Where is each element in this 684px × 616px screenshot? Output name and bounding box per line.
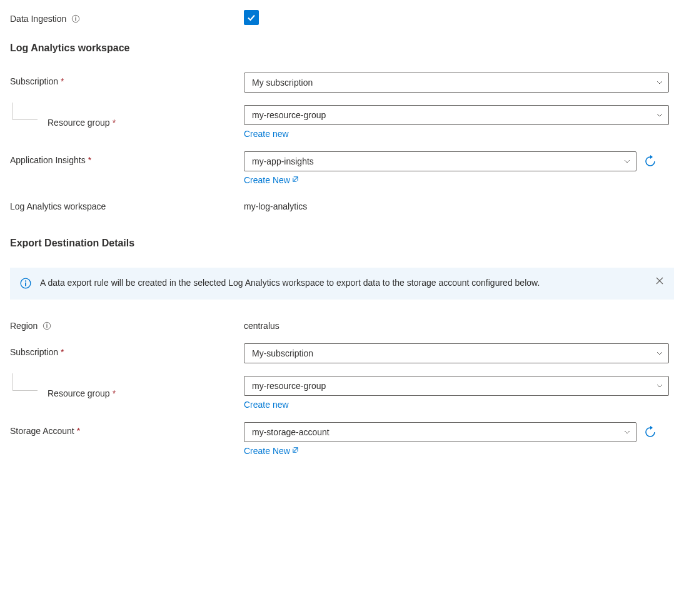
storage-account-select[interactable]: my-storage-account [244,422,636,442]
required-asterisk: * [61,76,64,86]
export-resource-group-select[interactable]: my-resource-group [244,376,669,396]
info-icon[interactable] [43,321,51,330]
external-link-icon [291,175,299,185]
external-link-icon [291,446,299,456]
resource-group-label: Resource group [48,118,110,128]
app-insights-value: my-app-insights [252,156,314,166]
export-subscription-value: My-subscription [252,348,313,358]
export-resource-group-value: my-resource-group [252,381,326,391]
chevron-down-icon [656,79,663,86]
resource-group-select[interactable]: my-resource-group [244,105,669,125]
required-asterisk: * [113,388,116,398]
svg-rect-2 [76,18,76,21]
close-banner-button[interactable] [655,276,664,287]
log-analytics-workspace-label: Log Analytics workspace [10,201,106,211]
app-insights-label: Application Insights [10,155,86,165]
log-analytics-workspace-value: my-log-analytics [244,198,669,211]
svg-point-4 [25,280,26,281]
export-create-new-resource-group-link[interactable]: Create new [244,400,289,410]
chevron-down-icon [656,382,663,390]
region-value: centralus [244,317,669,331]
refresh-storage-account-button[interactable] [643,425,658,440]
indent-line [13,373,38,391]
chevron-down-icon [623,158,631,165]
required-asterisk: * [61,347,64,357]
section-log-analytics: Log Analytics workspace [10,43,674,54]
resource-group-value: my-resource-group [252,110,326,120]
chevron-down-icon [656,350,663,357]
region-label: Region [10,321,38,331]
required-asterisk: * [88,155,91,165]
info-icon[interactable] [71,14,80,23]
export-subscription-label: Subscription [10,347,58,357]
info-banner-text: A data export rule will be created in th… [40,276,646,290]
app-insights-select[interactable]: my-app-insights [244,151,636,171]
required-asterisk: * [77,426,80,436]
svg-rect-8 [47,325,48,328]
storage-account-value: my-storage-account [252,427,329,437]
info-icon [20,278,31,291]
chevron-down-icon [656,111,663,119]
info-banner: A data export rule will be created in th… [10,268,674,300]
create-new-resource-group-link[interactable]: Create new [244,129,289,139]
create-new-app-insights-link[interactable]: Create New [244,175,299,185]
subscription-select[interactable]: My subscription [244,73,669,93]
create-new-storage-account-link[interactable]: Create New [244,446,299,456]
subscription-value: My subscription [252,78,313,88]
chevron-down-icon [623,428,631,436]
refresh-app-insights-button[interactable] [643,154,658,169]
data-ingestion-checkbox[interactable] [244,10,259,25]
storage-account-label: Storage Account [10,426,74,436]
svg-rect-5 [25,283,26,286]
export-subscription-select[interactable]: My-subscription [244,343,669,363]
svg-point-7 [47,324,48,325]
section-export-destination: Export Destination Details [10,238,674,249]
subscription-label: Subscription [10,76,58,86]
data-ingestion-label: Data Ingestion [10,14,66,24]
svg-point-1 [76,17,77,18]
required-asterisk: * [113,118,116,128]
export-resource-group-label: Resource group [48,388,110,398]
indent-line [13,103,38,120]
